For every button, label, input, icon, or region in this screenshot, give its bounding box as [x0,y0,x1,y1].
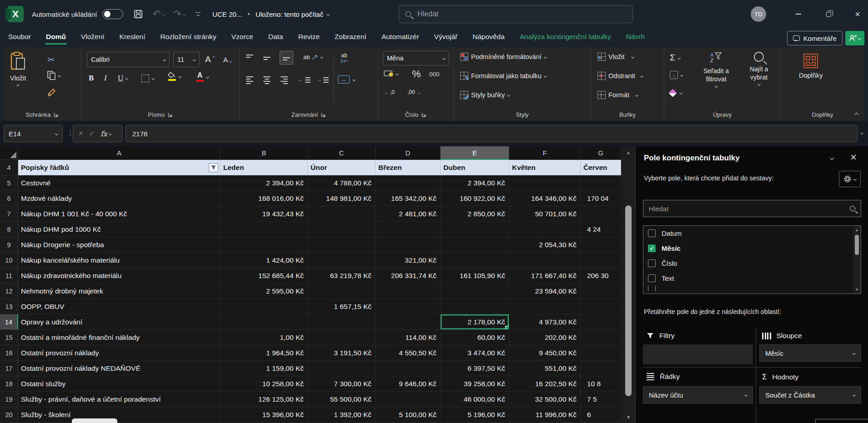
vertical-scrollbar-thumb[interactable] [625,205,632,396]
tab-design[interactable]: Návrh [625,31,646,45]
fill-color-button[interactable] [168,72,181,81]
format-cells-button[interactable]: ↕ Formát [597,91,638,99]
italic-button[interactable]: I [104,74,107,83]
field-checkbox[interactable]: ✓ [648,244,656,252]
pivot-column-header-5[interactable]: Květen [509,160,581,175]
row-label-cell[interactable]: Nákup DHM 1 001 Kč - 40 000 Kč [18,206,221,222]
tab-draw[interactable]: Kreslení [119,31,146,45]
cancel-entry-icon[interactable]: × [79,129,83,138]
column-header-E[interactable]: E [441,146,509,160]
field-search-box[interactable]: Hledat [643,200,861,217]
row-header-6[interactable]: 6 [0,191,18,206]
value-cell[interactable]: 1 392,00 Kč [308,407,376,423]
value-cell[interactable]: 9 450,00 Kč [509,345,581,361]
copy-icon[interactable] [47,71,60,80]
scroll-up-icon[interactable]: ▲ [622,146,635,158]
value-cell[interactable] [581,345,621,361]
document-title[interactable]: UCE 20... [212,10,242,18]
align-top-icon[interactable] [246,55,253,60]
decrease-indent-icon[interactable]: ← [298,76,311,83]
value-cell[interactable] [581,330,621,345]
value-cell[interactable] [581,361,621,376]
rows-field-pill[interactable]: Název účtu [643,386,753,403]
value-cell[interactable] [308,330,376,345]
value-cell[interactable]: 321,00 Kč [376,253,441,268]
increase-font-icon[interactable]: A˄ [205,55,215,65]
format-painter-icon[interactable] [47,88,56,97]
name-box[interactable]: E14 [4,125,63,142]
value-cell[interactable]: 168 016,00 Kč [221,191,308,206]
tab-view[interactable]: Zobrazení [334,31,367,45]
value-cell[interactable]: 206 30 [581,268,621,284]
value-cell[interactable] [376,237,441,253]
row-header-5[interactable]: 5 [0,175,18,191]
row-header-12[interactable]: 12 [0,284,18,299]
value-cell[interactable] [581,175,621,191]
value-cell[interactable]: 160 922,00 Kč [441,191,509,206]
value-cell[interactable]: 152 685,44 Kč [221,268,308,284]
font-size-select[interactable]: 11 [173,52,200,67]
tab-review[interactable]: Revize [297,31,321,45]
align-center-icon[interactable] [263,76,271,84]
row-header-20[interactable]: 20 [0,407,18,423]
row-header-11[interactable]: 11 [0,268,18,284]
value-cell[interactable] [376,392,441,407]
quick-access-menu-icon[interactable] [196,12,201,16]
field-item-text[interactable]: Text [643,271,861,286]
filters-drop-area[interactable] [643,344,753,364]
confirm-entry-icon[interactable]: ✓ [89,129,95,138]
tab-insert[interactable]: Vložení [80,31,105,45]
borders-button[interactable] [141,75,154,82]
font-dialog-launcher-icon[interactable] [168,112,173,117]
value-cell[interactable]: 206 331,74 Kč [376,268,441,284]
row-label-cell[interactable]: Opravy a udržování [18,314,221,330]
save-status[interactable]: Uloženo: tento počítač [256,10,329,18]
row-header-14[interactable]: 14 [0,314,18,330]
align-bottom-icon[interactable] [280,51,293,65]
row-label-cell[interactable]: OOPP, OBUV [18,299,221,314]
decrease-font-icon[interactable]: A˅ [223,55,232,65]
value-cell[interactable]: 1 657,15 Kč [308,299,376,314]
value-cell[interactable]: 4 788,00 Kč [308,175,376,191]
value-cell[interactable] [509,175,581,191]
value-cell[interactable] [308,237,376,253]
value-cell[interactable]: 2 394,00 Kč [221,175,308,191]
value-cell[interactable]: 1 424,00 Kč [221,253,308,268]
value-cell[interactable] [581,237,621,253]
field-list-scroll-down-icon[interactable]: ▼ [853,285,861,294]
value-cell[interactable]: 170 04 [581,191,621,206]
pivot-column-header-1[interactable]: Leden [221,160,308,175]
scroll-down-icon[interactable]: ▼ [622,411,635,423]
row-label-cell[interactable]: Služby - právní, daňové a účetní poraden… [18,392,221,407]
format-as-table-button[interactable]: ✎ Formátovat jako tabulku [460,72,547,80]
share-button[interactable] [845,31,864,45]
cell-styles-button[interactable]: 🖉 Styly buňky [460,91,510,99]
value-cell[interactable] [509,222,581,237]
alignment-dialog-launcher-icon[interactable] [321,112,326,117]
align-left-icon[interactable] [246,76,253,84]
value-cell[interactable] [308,284,376,299]
font-name-select[interactable]: Calibri [87,52,170,67]
value-cell[interactable] [441,253,509,268]
value-cell[interactable]: 3 474,00 Kč [441,345,509,361]
column-header-B[interactable]: B [221,146,308,160]
fill-button[interactable]: ↓ [670,71,683,79]
excel-logo-icon[interactable]: X [7,6,24,22]
value-cell[interactable]: 126 125,00 Kč [221,392,308,407]
row-label-cell[interactable]: Ostatní provozní náklady NEDAŇOVÉ [18,361,221,376]
value-cell[interactable]: 551,00 Kč [509,361,581,376]
pivot-column-header-4[interactable]: Duben [441,160,509,175]
number-dialog-launcher-icon[interactable] [421,112,426,117]
field-list-scroll-up-icon[interactable]: ▲ [853,226,861,234]
value-cell[interactable] [221,222,308,237]
value-cell[interactable] [221,314,308,330]
row-labels-filter-icon[interactable] [209,163,218,172]
clipboard-dialog-launcher-icon[interactable] [54,112,59,117]
value-cell[interactable]: 46 000,00 Kč [441,392,509,407]
expand-formula-bar-icon[interactable] [860,131,863,134]
decrease-decimal-icon[interactable]: ,00→ [407,89,421,95]
row-header-15[interactable]: 15 [0,330,18,345]
comments-button[interactable]: Komentáře [787,31,843,45]
bold-button[interactable]: B [89,74,94,83]
pane-tools-button[interactable] [839,171,861,187]
